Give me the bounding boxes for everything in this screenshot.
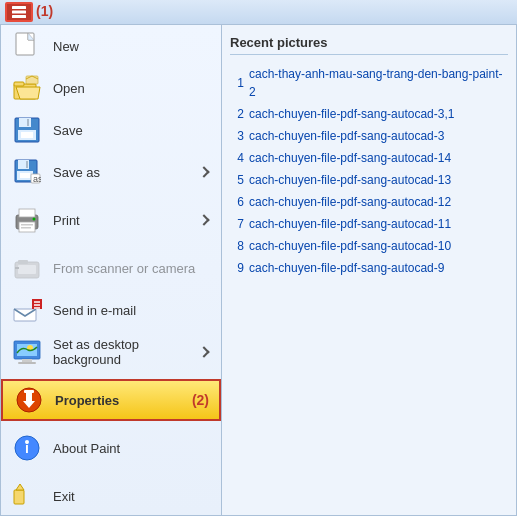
recent-item[interactable]: 8cach-chuyen-file-pdf-sang-autocad-10: [230, 235, 508, 257]
recent-item[interactable]: 2cach-chuyen-file-pdf-sang-autocad-3,1: [230, 103, 508, 125]
recent-item[interactable]: 7cach-chuyen-file-pdf-sang-autocad-11: [230, 213, 508, 235]
svg-text:as: as: [33, 174, 41, 184]
desktop-icon: [11, 336, 43, 368]
recent-num: 7: [230, 215, 244, 233]
recent-name: cach-chuyen-file-pdf-sang-autocad-9: [249, 259, 444, 277]
recent-name: cach-chuyen-file-pdf-sang-autocad-12: [249, 193, 451, 211]
recent-name: cach-chuyen-file-pdf-sang-autocad-10: [249, 237, 451, 255]
svg-marker-46: [16, 484, 24, 490]
recent-item[interactable]: 6cach-chuyen-file-pdf-sang-autocad-12: [230, 191, 508, 213]
print-icon: [11, 204, 43, 236]
svg-rect-3: [16, 33, 34, 55]
recent-num: 8: [230, 237, 244, 255]
svg-rect-24: [21, 227, 31, 229]
svg-rect-10: [27, 119, 29, 126]
email-icon: [11, 294, 43, 326]
menu-label-about: About Paint: [53, 441, 211, 456]
props-icon: [13, 384, 45, 416]
svg-rect-37: [22, 359, 32, 362]
svg-rect-15: [26, 161, 28, 168]
recent-num: 3: [230, 127, 244, 145]
recent-name: cach-chuyen-file-pdf-sang-autocad-14: [249, 149, 451, 167]
svg-rect-29: [18, 260, 28, 264]
recent-num: 9: [230, 259, 244, 277]
menu-label-scanner: From scanner or camera: [53, 261, 211, 276]
svg-point-44: [25, 440, 29, 444]
recent-item[interactable]: 3cach-chuyen-file-pdf-sang-autocad-3: [230, 125, 508, 147]
menu-label-open: Open: [53, 81, 211, 96]
menu-item-desktop[interactable]: Set as desktop background: [1, 331, 221, 373]
menu-item-scanner: From scanner or camera: [1, 247, 221, 289]
menu-item-saveas[interactable]: as Save as: [1, 151, 221, 193]
menu-item-new[interactable]: New: [1, 25, 221, 67]
recent-name: cach-thay-anh-mau-sang-trang-den-bang-pa…: [249, 65, 508, 101]
svg-rect-45: [14, 490, 24, 504]
menu-item-exit[interactable]: Exit: [1, 475, 221, 516]
menu-item-properties[interactable]: Properties (2): [1, 379, 221, 421]
svg-rect-1: [12, 11, 26, 14]
menu-label-print: Print: [53, 213, 200, 228]
desktop-arrow-icon: [198, 346, 209, 357]
title-bar: (1): [0, 0, 517, 25]
recent-num: 1: [230, 74, 244, 92]
recent-pictures-panel: Recent pictures 1cach-thay-anh-mau-sang-…: [222, 25, 517, 516]
recent-item[interactable]: 1cach-thay-anh-mau-sang-trang-den-bang-p…: [230, 63, 508, 103]
svg-rect-6: [14, 82, 24, 86]
new-icon: [11, 30, 43, 62]
svg-rect-17: [20, 173, 30, 178]
exit-icon: [11, 480, 43, 512]
recent-pictures-list: 1cach-thay-anh-mau-sang-trang-den-bang-p…: [230, 63, 508, 279]
svg-rect-2: [12, 15, 26, 18]
recent-item[interactable]: 5cach-chuyen-file-pdf-sang-autocad-13: [230, 169, 508, 191]
recent-name: cach-chuyen-file-pdf-sang-autocad-3: [249, 127, 444, 145]
recent-name: cach-chuyen-file-pdf-sang-autocad-13: [249, 171, 451, 189]
svg-rect-21: [19, 209, 35, 217]
svg-rect-28: [15, 267, 19, 269]
recent-num: 6: [230, 193, 244, 211]
recent-num: 5: [230, 171, 244, 189]
recent-pictures-title: Recent pictures: [230, 35, 508, 55]
menu-panel: New Open Save: [0, 25, 222, 516]
recent-name: cach-chuyen-file-pdf-sang-autocad-11: [249, 215, 451, 233]
menu-item-about[interactable]: i About Paint: [1, 427, 221, 469]
svg-rect-12: [21, 132, 33, 138]
svg-rect-23: [21, 224, 33, 226]
menu-label-new: New: [53, 39, 211, 54]
saveas-arrow-icon: [198, 166, 209, 177]
recent-num: 2: [230, 105, 244, 123]
menu-label-properties: Properties: [55, 393, 188, 408]
save-icon: [11, 114, 43, 146]
annotation-2: (2): [192, 392, 209, 408]
recent-name: cach-chuyen-file-pdf-sang-autocad-3,1: [249, 105, 454, 123]
menu-item-save[interactable]: Save: [1, 109, 221, 151]
menu-label-exit: Exit: [53, 489, 211, 504]
svg-point-25: [33, 218, 36, 221]
recent-num: 4: [230, 149, 244, 167]
recent-item[interactable]: 9cach-chuyen-file-pdf-sang-autocad-9: [230, 257, 508, 279]
svg-rect-9: [19, 118, 31, 127]
svg-rect-7: [26, 76, 38, 84]
menu-item-open[interactable]: Open: [1, 67, 221, 109]
annotation-1: (1): [36, 3, 53, 19]
svg-rect-41: [24, 390, 34, 393]
menu-label-save: Save: [53, 123, 211, 138]
open-icon: [11, 72, 43, 104]
about-icon: i: [11, 432, 43, 464]
svg-rect-38: [18, 362, 36, 364]
menu-item-email[interactable]: Send in e-mail: [1, 289, 221, 331]
menu-item-print[interactable]: Print: [1, 199, 221, 241]
print-arrow-icon: [198, 214, 209, 225]
menu-label-saveas: Save as: [53, 165, 200, 180]
recent-item[interactable]: 4cach-chuyen-file-pdf-sang-autocad-14: [230, 147, 508, 169]
paint-menu-button[interactable]: [5, 2, 33, 22]
svg-rect-0: [12, 6, 26, 9]
menu-label-desktop: Set as desktop background: [53, 337, 200, 367]
scanner-icon: [11, 252, 43, 284]
saveas-icon: as: [11, 156, 43, 188]
svg-rect-27: [18, 265, 36, 274]
menu-label-email: Send in e-mail: [53, 303, 211, 318]
